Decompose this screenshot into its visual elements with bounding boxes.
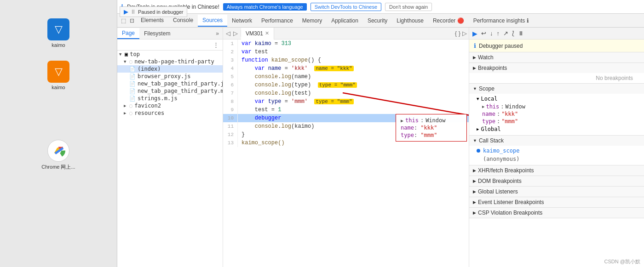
tree-item-resources[interactable]: ▶ ◌ resources [117, 109, 223, 117]
label-browser-proxy: browser_proxy.js [138, 73, 191, 80]
code-line-7: 7 console.log(test) [223, 89, 469, 97]
step-over-btn[interactable]: ↩ [480, 30, 488, 37]
scope-global-header[interactable]: ▶ Global [477, 125, 640, 133]
xhr-section: ▶ XHR/fetch Breakpoints [469, 165, 644, 176]
code-content-12: } [238, 131, 248, 139]
tab-memory[interactable]: Memory [298, 15, 327, 26]
tree-item-new-tab[interactable]: ▼ ◌ new-tab-page-third-party [117, 58, 223, 65]
scope-overlay-box: ▶ this: Window name: "kkk" type: "mmm" [396, 114, 467, 142]
scope-this-value: Window [506, 103, 525, 110]
callstack-kaimo-label: kaimo_scope [483, 148, 519, 154]
tab-lighthouse[interactable]: Lighthouse [392, 15, 428, 26]
label-resources: resources [134, 110, 164, 116]
paused-label: Paused in debugger [138, 9, 183, 15]
tree-item-strings[interactable]: 📄 strings.m.js [117, 95, 223, 102]
code-line-3: 3 function kaimo_scope() { [223, 56, 469, 64]
step-btn[interactable]: ↗ [502, 30, 510, 37]
tab-sources[interactable]: Sources [198, 15, 227, 27]
code-line-5: 5 console.log(name) [223, 73, 469, 81]
nav-right-icon[interactable]: ▷ [232, 30, 239, 37]
csp-header[interactable]: ▶ CSP Violation Breakpoints [469, 208, 644, 218]
tree-item-ntp-mojo[interactable]: 📄 new_tab_page_third_party.mojo [117, 87, 223, 95]
label-index: (index) [138, 66, 161, 72]
tab-network[interactable]: Network [227, 15, 257, 26]
label-strings: strings.m.js [138, 95, 178, 102]
label-ntp-js: new_tab_page_third_party.js [138, 80, 223, 87]
scope-type-key: type [482, 118, 495, 125]
resume-btn[interactable]: ▶ [471, 30, 479, 37]
pause-on-exception-btn[interactable]: ⏸ [517, 30, 525, 37]
scope-this-key: this [486, 103, 499, 110]
callstack-item-anon[interactable]: (anonymous) [477, 155, 640, 163]
chrome-app-kaimo1[interactable]: ▽ kaimo [47, 18, 69, 48]
icon-top: ▣ [125, 51, 128, 57]
tab-application[interactable]: Application [327, 15, 363, 26]
code-content-7: console.log(test) [238, 89, 315, 97]
always-match-btn[interactable]: Always match Chrome's language [223, 3, 307, 11]
xhr-header[interactable]: ▶ XHR/fetch Breakpoints [469, 165, 644, 176]
bp-label: Breakpoints [478, 65, 507, 71]
tree-item-browser-proxy[interactable]: 📄 browser_proxy.js [117, 73, 223, 80]
step-into-btn[interactable]: ↓ [489, 30, 494, 37]
editor-tab-vm301[interactable]: VM301 ✕ [241, 28, 274, 40]
chrome-sidebar: ▽ kaimo ▽ kaimo Chrome 网上... [0, 0, 117, 267]
panel-more[interactable]: » [212, 30, 223, 37]
dom-header[interactable]: ▶ DOM Breakpoints [469, 176, 644, 186]
step-out-btn[interactable]: ↑ [495, 30, 501, 37]
switch-chinese-btn[interactable]: Switch DevTools to Chinese [310, 3, 381, 11]
label-new-tab: new-tab-page-third-party [134, 58, 214, 65]
app-label-kaimo2: kaimo [52, 85, 65, 90]
tab-performance[interactable]: Performance [257, 15, 298, 26]
devtools-icon-dock[interactable]: ⊡ [128, 17, 136, 24]
breakpoints-header[interactable]: ▶ Breakpoints [469, 63, 644, 73]
tab-filesystem[interactable]: Filesystem [139, 28, 175, 39]
icon-browser-proxy: 📄 [129, 74, 136, 80]
debugger-paused-banner: ℹ Debugger paused [469, 40, 644, 52]
icon-new-tab: ◌ [129, 58, 132, 65]
callstack-item-kaimo[interactable]: kaimo_scope [477, 147, 640, 155]
dom-label: DOM Breakpoints [478, 178, 522, 184]
code-content-11: console.log(kaimo) [238, 122, 318, 131]
nav-left-icon[interactable]: ◁ [225, 30, 231, 37]
sync-icon[interactable]: ⋮ [211, 41, 221, 49]
deactivate-bp-btn[interactable]: ⟅ [511, 30, 516, 37]
label-ntp-mojo: new_tab_page_third_party.mojo [138, 88, 223, 94]
scope-this: ▶ this : Window [477, 103, 640, 110]
event-listener-header[interactable]: ▶ Event Listener Breakpoints [469, 197, 644, 207]
tree-item-favicon2[interactable]: ▶ ◌ favicon2 [117, 102, 223, 109]
devtools-icon-cursor[interactable]: ⬚ [119, 17, 128, 24]
scope-name-value: "kkk" [501, 111, 518, 117]
panel-tabs: Page Filesystem » [117, 28, 223, 40]
tree-item-index[interactable]: 📄 (index) [117, 65, 223, 73]
tab-security[interactable]: Security [363, 15, 392, 26]
tab-page[interactable]: Page [117, 28, 139, 39]
tab-recorder[interactable]: Recorder 🔴 [428, 15, 469, 26]
tab-close-icon[interactable]: ✕ [265, 30, 269, 36]
global-listeners-header[interactable]: ▶ Global Listeners [469, 187, 644, 197]
scope-header[interactable]: ▼ Scope [469, 84, 644, 94]
csp-label: CSP Violation Breakpoints [478, 210, 542, 216]
chrome-app-chrome[interactable]: Chrome 网上... [41, 140, 75, 170]
tab-performance-insights[interactable]: Performance insights ℹ [469, 15, 534, 26]
xhr-label: XHR/fetch Breakpoints [478, 167, 534, 174]
scope-type-value: "mmm" [501, 118, 518, 125]
icon-favicon2: ◌ [129, 102, 132, 109]
debug-content: ℹ Debugger paused ▶ Watch ▶ [469, 40, 644, 267]
tree-item-ntp-js[interactable]: 📄 new_tab_page_third_party.js [117, 80, 223, 87]
paused-banner-icon: ℹ [474, 42, 476, 49]
callstack-content: kaimo_scope (anonymous) [469, 146, 644, 165]
chrome-app-kaimo2[interactable]: ▽ kaimo [47, 61, 69, 90]
scope-section: ▼ Scope ▼ Local ▶ thi [469, 84, 644, 136]
breakpoints-section: ▶ Breakpoints No breakpoints [469, 63, 644, 84]
watch-header[interactable]: ▶ Watch [469, 52, 644, 62]
callstack-header[interactable]: ▼ Call Stack [469, 136, 644, 146]
icon-resources: ◌ [129, 110, 132, 116]
tree-item-top[interactable]: ▼ ▣ top [117, 51, 223, 58]
arrow-favicon2: ▶ [124, 103, 128, 108]
format-icon[interactable]: { } [455, 30, 460, 37]
code-line-6: 6 console.log(type) type = "mmm" [223, 81, 469, 89]
editor-more-icon[interactable]: ▷ [462, 30, 467, 37]
code-line-8: 8 var type = 'mmm' type = "mmm" [223, 97, 469, 106]
dont-show-btn[interactable]: Don't show again [385, 3, 432, 11]
scope-local-header[interactable]: ▼ Local [477, 95, 640, 103]
